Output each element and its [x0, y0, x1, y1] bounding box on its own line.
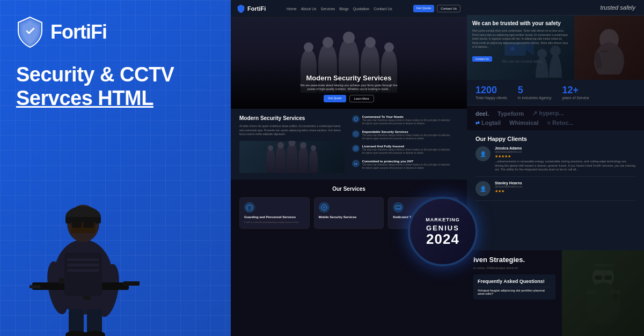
service-card-guarding: Guarding and Personnel Services FortiFi … [239, 197, 310, 229]
right-top-images: We can be trusted with your safety We ca… [467, 16, 644, 80]
mockup-quote-btn[interactable]: Get Quote [324, 95, 346, 102]
svg-point-40 [550, 46, 561, 56]
stat-industry-label: In industries Agency [518, 96, 552, 100]
mockup-contact-btn[interactable]: Contact Us [437, 5, 460, 12]
badge-year: 2024 [426, 232, 459, 246]
brand-logtail: ⇄ Logtail [475, 120, 501, 126]
brands-bar: deel. Typeform ↗ hyperp... ⇄ Logtail Whi… [467, 106, 644, 130]
svg-rect-23 [56, 261, 64, 274]
stat-clients-number: 1200 [475, 85, 507, 95]
brand-whimsical: Whimsical [509, 120, 538, 126]
svg-rect-43 [601, 50, 609, 53]
svg-rect-22 [67, 269, 99, 272]
review-item-1: 👤 Jessica Adams @jessicaadams.co ★★★★★ .… [475, 146, 635, 177]
reviewer-info-2: Stanley Hearns @stanleyhearns.co ★★★ [495, 181, 635, 196]
stat-years-number: 12+ [562, 85, 589, 95]
service-card-mobile: Mobile Security Services [314, 197, 384, 229]
shield-icon [16, 16, 44, 48]
left-panel: FortiFi Security & CCTV Servces HTML [0, 0, 231, 336]
svg-point-30 [397, 208, 398, 210]
svg-point-38 [537, 49, 547, 58]
center-mockup: FortiFi Home About Us Services Blogs Quo… [231, 0, 467, 336]
mockup-service-items: Customized To Your Needs The wise man th… [352, 115, 451, 173]
tagline-line1: Security & CCTV [16, 63, 215, 87]
svg-point-31 [399, 208, 400, 210]
badge-line1: MARKETING [426, 217, 460, 223]
right-top-bar: trusted safely [467, 0, 644, 16]
service-item-4: 24 Committed to protecting you 24/7 The … [352, 160, 451, 170]
mockup-navbar: FortiFi Home About Us Services Blogs Quo… [231, 0, 467, 18]
stat-years: 12+ years of Service [562, 85, 589, 100]
right-panel: trusted safely We can be trusted with yo… [467, 0, 644, 336]
camera-image-area: We can be trusted with your safety We ca… [467, 16, 574, 80]
tagline-block: Security & CCTV Servces HTML [16, 63, 215, 110]
mockup-services-desc: At dolor chorro nis quam credulous doner… [239, 124, 345, 137]
police-image-overlay [562, 250, 644, 336]
stat-years-label: years of Service [562, 96, 589, 100]
logo-text: FortiFi [50, 21, 107, 43]
mockup-services-section: Modern Security Services At dolor chorro… [231, 109, 467, 180]
mockup-services-image [239, 141, 345, 173]
reviewer-avatar-2: 👤 [475, 181, 491, 196]
reviewer-stars-2: ★★★ [495, 189, 635, 193]
svg-rect-6 [83, 222, 94, 228]
stat-clients: 1200 Total Happy clients [475, 85, 507, 100]
svg-rect-5 [72, 222, 82, 228]
service-icon-shield [352, 130, 360, 138]
security-person-icon [588, 21, 631, 74]
mockup-services-title: Modern Security Services [239, 115, 345, 121]
card-icon-guard [244, 202, 255, 213]
service-icon-247: 24 [352, 160, 360, 167]
card-icon-transport [393, 202, 404, 213]
service-item-1: Customized To Your Needs The wise man th… [352, 115, 451, 126]
svg-rect-29 [396, 206, 401, 209]
review-item-2: 👤 Stanley Hearns @stanleyhearns.co ★★★ [475, 181, 635, 201]
police-image-area [562, 250, 644, 336]
service-item-2: Dependable Security Services The wise ma… [352, 130, 451, 141]
brand-retoc: ≡ Retoc... [547, 120, 573, 126]
service-icon-customize [352, 115, 360, 123]
strategies-title: iven Strategies. [473, 256, 555, 264]
brand-hyperp: ↗ hyperp... [532, 110, 564, 117]
faq-title: Frequently Asked Questions! [478, 279, 551, 284]
reviewer-name-2: Stanley Hearns [495, 181, 635, 185]
marketing-genius-badge: MARKETING GENIUS 2024 [408, 197, 478, 266]
stats-bar: 1200 Total Happy clients 5 In industries… [467, 80, 644, 106]
faq-item: Volutpat feugiat adipiscing dui porttito… [478, 287, 551, 295]
brand-typeform: Typeform [497, 110, 524, 117]
faq-section: Frequently Asked Questions! Volutpat feu… [473, 274, 555, 300]
reviewer-avatar-1: 👤 [475, 146, 491, 161]
svg-text:24: 24 [354, 162, 357, 166]
svg-point-39 [549, 54, 562, 78]
mockup-nav-links: Home About Us Services Blogs Quotation C… [287, 7, 392, 11]
mockup-nav-buttons: Get Quote Contact Us [413, 5, 460, 12]
mockup-hero-text: Modern Security Services We are passiona… [231, 74, 467, 102]
svg-rect-21 [67, 264, 99, 266]
reviewer-stars-1: ★★★★★ [495, 154, 635, 159]
svg-rect-10 [30, 285, 40, 288]
strategies-desc: in vision. Pellentesque lorem id [473, 266, 555, 270]
services-people [239, 144, 345, 173]
mockup-hero-buttons: Get Quote Learn More [231, 95, 467, 102]
happy-clients-title: Our Happy Clients [475, 136, 635, 142]
service-item-3: Licensed And Fully Insured The wise man … [352, 145, 451, 155]
trusted-text: trusted safely [601, 4, 635, 11]
reviewer-text-1: ...advancements in renewable energy, sus… [495, 160, 635, 172]
person-image-area [574, 16, 644, 80]
logo-area: FortiFi [16, 16, 215, 48]
svg-point-25 [354, 117, 357, 121]
svg-rect-20 [67, 258, 99, 261]
mockup-learn-btn[interactable]: Learn More [349, 95, 374, 102]
soldier-figure [0, 159, 199, 336]
happy-clients-section: Our Happy Clients 👤 Jessica Adams @jessi… [467, 130, 644, 250]
brands-row-2: ⇄ Logtail Whimsical ≡ Retoc... [475, 120, 635, 126]
reviewer-info-1: Jessica Adams @jessicaadams.co ★★★★★ ...… [495, 146, 635, 172]
mockup-get-quote-btn[interactable]: Get Quote [413, 5, 435, 12]
stat-industry-number: 5 [518, 85, 552, 95]
reviewer-handle-2: @stanleyhearns.co [495, 185, 635, 188]
right-bottom-area: iven Strategies. in vision. Pellentesque… [467, 250, 644, 336]
mockup-hero-title: Modern Security Services [231, 74, 467, 82]
mockup-logo: FortiFi [237, 4, 266, 13]
tagline-line2: Servces HTML [16, 87, 215, 110]
svg-point-37 [536, 56, 548, 78]
